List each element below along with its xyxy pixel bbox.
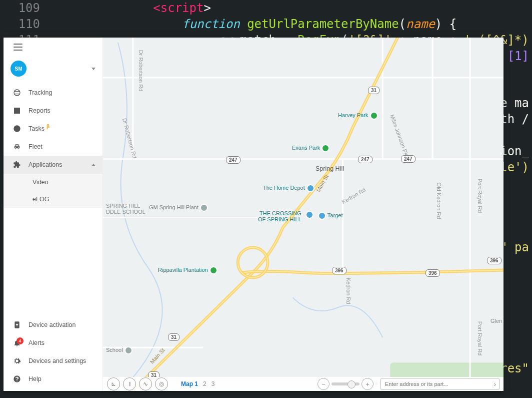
map-tabs: Map 1 2 3 [181,380,214,387]
route-shield-31: 31 [368,87,380,94]
poi-school-left: School [106,346,132,354]
globe-icon [10,89,24,97]
poi-evans-park: Evans Park [292,144,330,152]
map-toolbar: ⊾ ⦀ ∿ ◎ Map 1 2 3 − + › [103,377,504,391]
ruler-tool-button[interactable]: ⊾ [107,377,120,390]
shop-pin-icon [318,212,326,220]
gutter-109: 109 [0,0,52,16]
zoom-out-button[interactable]: − [318,378,330,390]
sidebar-item-label: Reports [24,107,96,114]
road-label-robertson: Dr Robertson Rd [138,50,144,92]
poi-harvey-park: Harvey Park [338,112,378,120]
sidebar-item-label: Applications [24,161,92,168]
bar-chart-icon [10,107,24,115]
route-shield-396: 396 [332,267,346,274]
avatar: SM [10,61,26,77]
chevron-up-icon [92,164,96,166]
sidebar-item-label: Tracking [24,89,96,96]
nav-main: Tracking Reports Tasksβ Fleet Applicatio… [4,84,102,208]
traffic-light-tool-button[interactable]: ⦀ [123,377,136,390]
poi-crossing: THE CROSSING OF SPRING HILL [258,210,302,222]
chevron-down-icon [92,68,96,70]
beta-badge: β [46,124,50,129]
device-add-icon [10,321,24,329]
clock-icon [10,125,24,133]
map-tab-3[interactable]: 3 [212,380,215,387]
route-shield-396: 396 [487,257,502,264]
label-glen: Glen [490,318,502,324]
zoom-slider-knob[interactable] [348,380,356,388]
sidebar: SM Tracking Reports Tasksβ [4,38,103,391]
poi-home-depot: The Home Depot [263,184,314,192]
account-switcher[interactable]: SM [4,53,102,84]
pin-tool-button[interactable]: ◎ [155,377,168,390]
hamburger-icon[interactable] [14,44,22,51]
school-pin-icon [124,346,132,354]
route-tool-button[interactable]: ∿ [139,377,152,390]
map-tab-1[interactable]: Map 1 [181,380,198,387]
route-shield-247: 247 [226,156,240,164]
zoom-in-button[interactable]: + [362,378,374,390]
car-icon [10,143,24,151]
gutter-110: 110 [0,16,52,32]
sidebar-item-alerts[interactable]: 4 Alerts [4,334,102,352]
shop-pin-icon [306,184,314,192]
sidebar-item-label: Device activation [24,321,96,328]
map-tab-2[interactable]: 2 [203,380,206,387]
zoom-slider[interactable] [332,382,360,385]
puzzle-icon [10,161,24,169]
route-shield-396: 396 [426,269,440,277]
sidebar-item-fleet[interactable]: Fleet [4,138,102,156]
route-shield-31: 31 [168,333,180,341]
sidebar-item-devices-settings[interactable]: Devices and settings [4,352,102,370]
sidebar-item-label: Alerts [24,339,96,346]
poi-gm-plant: GM Spring Hill Plant [149,204,208,212]
sidebar-item-label: Help [24,375,96,382]
road-label-old-kedron: Old Kedron Rd [436,183,442,219]
address-search[interactable]: › [380,378,500,390]
sidebar-item-applications[interactable]: Applications [4,156,102,174]
route-shield-247: 247 [358,156,372,163]
sidebar-subitem-video[interactable]: Video [4,174,102,191]
zoom-controls: − + [318,378,374,390]
help-icon [10,375,24,383]
park-pin-icon [210,266,218,274]
sidebar-item-reports[interactable]: Reports [4,102,102,120]
nav-bottom: Device activation 4 Alerts Devices and s… [4,316,102,391]
address-search-input[interactable] [384,380,494,387]
factory-pin-icon [200,204,208,212]
app-window: SM Tracking Reports Tasksβ [4,38,504,391]
sidebar-item-tracking[interactable]: Tracking [4,84,102,102]
poi-rippavilla: Rippavilla Plantation [158,266,218,274]
sidebar-item-tasks[interactable]: Tasksβ [4,120,102,138]
road-label-port-royal: Port Royal Rd [477,179,483,213]
sidebar-item-label: Tasksβ [24,125,96,132]
park-pin-icon [370,112,378,120]
park-pin-icon [322,144,330,152]
viewport: 109 <script> 110 function getUrlParamete… [0,0,532,398]
sidebar-item-label: Devices and settings [24,357,96,364]
map-area[interactable]: Spring Hill Harvey Park Evans Park The H… [103,38,504,391]
poi-middle-school: SPRING HILL DDLE SCHOOL [106,203,146,215]
map-canvas [103,38,504,390]
route-shield-247: 247 [401,155,416,163]
alert-count-badge: 4 [16,337,24,344]
search-go-icon[interactable]: › [494,380,496,388]
svg-rect-0 [103,38,504,390]
road-label-kedron-2: Kedron Rd [346,278,352,304]
shop-pin-icon [306,211,314,219]
sidebar-subitem-elog[interactable]: eLOG [4,191,102,208]
poi-target: Target [318,212,342,220]
gear-icon [10,357,24,365]
city-label: Spring Hill [316,165,344,172]
road-label-port-royal-2: Port Royal Rd [477,321,483,355]
sidebar-item-device-activation[interactable]: Device activation [4,316,102,334]
sidebar-item-label: Fleet [24,143,96,150]
sidebar-item-help[interactable]: Help [4,370,102,388]
